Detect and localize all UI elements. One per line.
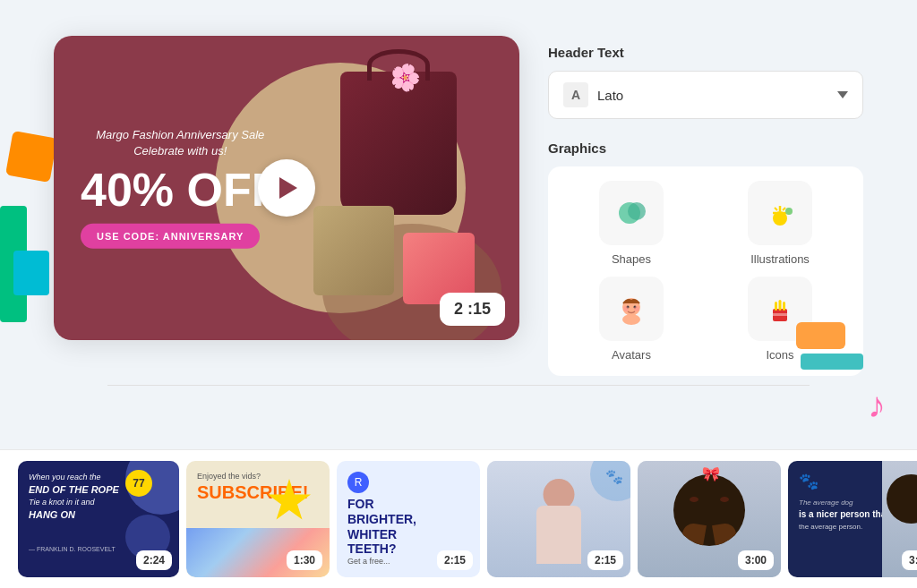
shapes-icon-box bbox=[599, 181, 664, 245]
thumb-2-enjoyed: Enjoyed the vids? bbox=[197, 472, 319, 481]
header-text-label: Header Text bbox=[548, 45, 863, 60]
play-button[interactable] bbox=[258, 159, 315, 217]
svg-rect-21 bbox=[773, 313, 787, 316]
chevron-down-icon bbox=[837, 91, 848, 98]
thumbnail-4[interactable]: 🐾 2:15 bbox=[487, 461, 630, 577]
svg-point-16 bbox=[634, 306, 639, 311]
right-panel: Header Text A Lato Graphics Shapes bbox=[548, 36, 863, 376]
icons-icon bbox=[760, 289, 800, 328]
thumbnail-1[interactable]: When you reach the END OF THE ROPE Tie a… bbox=[18, 461, 179, 577]
svg-rect-18 bbox=[775, 302, 777, 311]
font-selector-dropdown[interactable]: A Lato bbox=[548, 71, 863, 119]
thumb-1-author: — FRANKLIN D. ROOSEVELT bbox=[29, 546, 116, 552]
thumb-5-bow: 🎀 bbox=[702, 465, 720, 482]
thumb-1-badge: 77 bbox=[125, 470, 152, 497]
thumb-3-heading: FORBRIGHTER,WHITERTEETH? bbox=[347, 497, 469, 557]
deco-music-note: ♪ bbox=[868, 385, 886, 425]
thumbnail-2[interactable]: Enjoyed the vids? SUBSCRIBE! 1:30 bbox=[186, 461, 330, 577]
graphic-item-avatars[interactable]: Avatars bbox=[562, 277, 700, 362]
thumb-3-timer: 2:15 bbox=[437, 550, 473, 570]
use-code-button[interactable]: USE CODE: ANNIVERSARY bbox=[81, 224, 260, 249]
thumb-2-timer: 1:30 bbox=[287, 550, 322, 570]
svg-point-15 bbox=[623, 306, 629, 311]
thumbnail-3[interactable]: R FORBRIGHTER,WHITERTEETH? Get a free...… bbox=[337, 461, 480, 577]
bag-large bbox=[340, 72, 457, 215]
bag-medium bbox=[313, 206, 394, 295]
svg-line-9 bbox=[783, 208, 785, 210]
thumbnail-5[interactable]: 🎀 3:00 bbox=[638, 461, 781, 577]
ad-banner: 🌸 Margo Fashion Anniversary SaleCelebrat… bbox=[54, 36, 519, 340]
thumbnail-strip: When you reach the END OF THE ROPE Tie a… bbox=[0, 449, 917, 588]
icons-icon-box bbox=[748, 277, 812, 341]
graphic-item-illustrations[interactable]: Illustrations bbox=[711, 181, 849, 266]
avatars-label: Avatars bbox=[612, 348, 651, 362]
svg-point-3 bbox=[628, 202, 646, 220]
section-divider bbox=[107, 385, 810, 386]
avatars-icon bbox=[612, 289, 651, 328]
thumb-1-timer: 2:24 bbox=[136, 550, 172, 570]
thumb-4-timer: 2:15 bbox=[587, 550, 623, 570]
graphic-item-icons[interactable]: Icons bbox=[711, 277, 849, 362]
font-name-label: Lato bbox=[597, 88, 623, 103]
graphics-grid: Shapes Illustrations bbox=[548, 166, 863, 376]
shapes-label: Shapes bbox=[612, 252, 651, 266]
illustrations-label: Illustrations bbox=[750, 252, 810, 266]
thumbnail-6[interactable]: 🐾 The average dog is a nicer person than… bbox=[788, 461, 917, 577]
thumb-4-person bbox=[527, 479, 590, 577]
graphic-item-shapes[interactable]: Shapes bbox=[562, 181, 700, 266]
thumb-5-dog bbox=[673, 474, 745, 546]
preview-card: 🌸 Margo Fashion Anniversary SaleCelebrat… bbox=[54, 36, 519, 340]
illustrations-icon-box bbox=[748, 181, 812, 245]
svg-point-12 bbox=[622, 314, 640, 325]
graphics-label: Graphics bbox=[548, 141, 863, 156]
illustrations-icon bbox=[760, 193, 800, 233]
svg-point-10 bbox=[785, 208, 793, 215]
font-type-icon: A bbox=[563, 82, 588, 107]
svg-line-8 bbox=[775, 208, 777, 210]
ad-text-area: Margo Fashion Anniversary SaleCelebrate … bbox=[81, 127, 280, 249]
avatars-icon-box bbox=[599, 277, 664, 341]
thumb-6-timer: 3:00 bbox=[902, 550, 917, 570]
thumb-5-timer: 3:00 bbox=[738, 550, 774, 570]
icons-label: Icons bbox=[766, 348, 793, 362]
ad-subtitle: Margo Fashion Anniversary SaleCelebrate … bbox=[81, 127, 280, 159]
ad-discount: 40% OFF bbox=[81, 166, 280, 213]
main-content-area: 🌸 Margo Fashion Anniversary SaleCelebrat… bbox=[0, 0, 917, 376]
timer-badge: 2 :15 bbox=[440, 293, 505, 326]
svg-rect-20 bbox=[783, 302, 785, 311]
svg-rect-19 bbox=[779, 300, 782, 311]
shapes-icon bbox=[612, 193, 651, 233]
thumb-3-icon: R bbox=[347, 472, 369, 493]
font-selector-left: A Lato bbox=[563, 82, 623, 107]
